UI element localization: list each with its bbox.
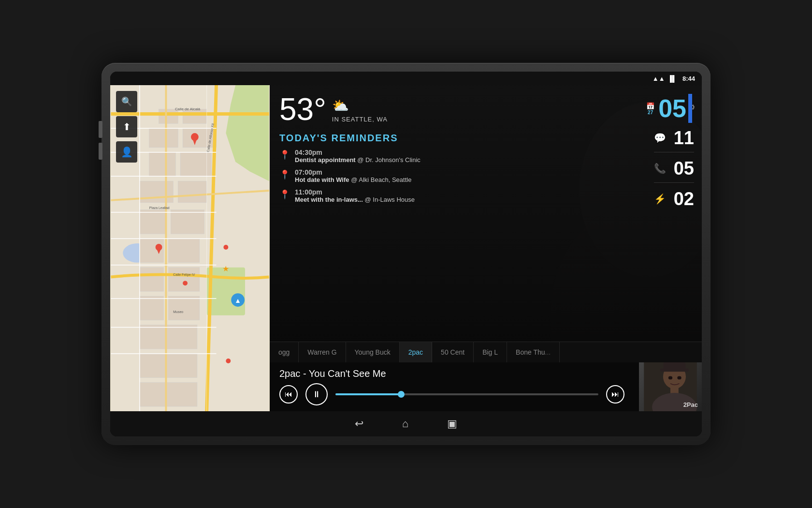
artist-tabs: ogg Warren G Young Buck 2pac [270,342,702,362]
reminder-event-3: Meet with the in-laws... [295,196,363,203]
svg-text:Plaza Lealtad: Plaza Lealtad [149,206,170,209]
tab-ogg[interactable]: ogg [270,342,299,362]
svg-point-61 [668,376,672,380]
reminder-dot-icon-3: 📍 [279,189,290,200]
play-pause-button[interactable]: ⏸ [305,383,328,405]
home-button[interactable]: ⌂ [402,418,408,430]
calendar-day: 27 [648,110,653,115]
svg-rect-20 [140,354,197,378]
svg-text:Calle Felipe IV: Calle Felipe IV [173,273,195,277]
reminder-item-2: 📍 07:00pm Hot date with Wife @ Alki Beac… [279,168,692,183]
progress-bar[interactable] [335,393,598,395]
tab-warren-g[interactable]: Warren G [299,342,346,362]
messages-notification: 💬 11 [654,129,694,152]
svg-rect-18 [168,296,199,320]
messages-icon: 💬 [654,132,666,144]
volume-down-button[interactable] [99,143,102,160]
alerts-icon: ⚡ [654,193,666,205]
calls-notification: 📞 05 [654,159,694,183]
previous-button[interactable]: ⏮ [279,385,298,403]
tab-2pac[interactable]: 2pac [400,342,432,362]
now-playing: 2Pac 2pac - You Can't See Me [270,362,702,411]
tab-2pac-label: 2pac [408,348,423,356]
reminder-item-1: 📍 04:30pm Dentist appointment @ Dr. John… [279,149,692,164]
reminders-title: TODAY'S REMINDERS [279,133,398,144]
reminder-time-1: 04:30pm [295,149,420,156]
tablet-screen: ▲▲ ▐▌ 8:44 [110,72,702,436]
reminder-event-2: Hot date with Wife [295,176,349,183]
tab-young-buck-label: Young Buck [355,348,391,356]
progress-fill [335,393,401,395]
reminder-dot-icon-2: 📍 [279,169,290,180]
track-info: 2pac - You Can't See Me [279,368,692,379]
right-notifications: 💬 11 📞 05 ⚡ 02 [654,129,694,213]
album-art: 2Pac [639,362,702,411]
svg-rect-5 [149,128,178,148]
now-playing-title: 2pac - You Can't See Me [279,368,624,379]
back-button[interactable]: ↩ [355,418,363,430]
battery-icon: ▐▌ [668,75,677,82]
weather-location: IN SEATTLE, WA [332,116,388,123]
svg-rect-10 [178,181,206,203]
reminder-item-3: 📍 11:00pm Meet with the in-laws... @ In-… [279,188,692,203]
reminders-section: TODAY'S REMINDERS 📍 04:30pm Dentist appo… [270,129,702,212]
alerts-notification: ⚡ 02 [654,190,694,213]
tab-50-cent-label: 50 Cent [441,348,464,356]
next-button[interactable]: ⏭ [606,385,624,403]
weather-left: 53° ⛅ IN SEATTLE, WA [279,94,388,125]
svg-point-42 [183,281,188,285]
svg-rect-15 [140,268,164,292]
player-controls: ⏮ ⏸ [279,383,692,405]
tab-bone-thugs-label: Bone Thu [516,348,545,356]
svg-point-41 [223,245,228,250]
map-route-button[interactable]: ⬆ [116,116,137,137]
svg-text:Museo: Museo [173,310,183,314]
reminder-text-1: Dentist appointment @ Dr. Johnson's Clin… [295,156,420,164]
tab-big-l-label: Big L [482,348,498,356]
calls-count: 05 [670,159,694,178]
recents-button[interactable]: ▣ [447,418,457,430]
svg-text:Calle de Alcalá: Calle de Alcalá [175,107,201,111]
reminder-time-3: 11:00pm [295,188,415,196]
reminder-location-1: @ Dr. Johnson's Clinic [357,156,420,164]
music-section: ogg Warren G Young Buck 2pac [270,342,702,411]
album-artist-label: 2Pac [683,401,698,408]
svg-rect-9 [140,181,173,203]
status-icons: ▲▲ ▐▌ 8:44 [652,75,695,82]
map-person-button[interactable]: 👤 [116,141,137,163]
status-time: 8:44 [682,75,695,82]
separator: - [303,368,309,379]
svg-rect-3 [159,109,178,124]
search-icon: 🔍 [121,96,132,107]
svg-rect-21 [140,383,197,407]
bottom-nav-bar: ↩ ⌂ ▣ [110,411,702,436]
tab-warren-g-label: Warren G [307,348,336,356]
svg-rect-16 [168,268,199,292]
tab-big-l[interactable]: Big L [474,342,507,362]
map-background: ★ ▲ Calle de Alcalá Calle de Alfonso XII… [110,85,270,411]
svg-text:★: ★ [222,265,229,273]
right-panel: ⚙ 53° ⛅ IN SEATTLE, WA [270,85,702,411]
svg-rect-11 [140,210,166,234]
calendar-widget: 📅 27 05 [646,96,686,121]
weather-details: ⛅ IN SEATTLE, WA [332,94,388,123]
map-search-button[interactable]: 🔍 [116,91,137,112]
tab-bone-thugs[interactable]: Bone Thu... [507,342,560,362]
svg-rect-17 [140,296,164,320]
tab-young-buck[interactable]: Young Buck [346,342,400,362]
map-controls: 🔍 ⬆ 👤 [116,91,137,163]
tab-50-cent[interactable]: 50 Cent [432,342,474,362]
current-artist: 2pac [279,368,300,379]
svg-rect-60 [664,362,685,370]
weather-icon: ⛅ [332,98,388,114]
right-content: 53° ⛅ IN SEATTLE, WA 📅 27 [270,85,702,411]
temperature: 53° [279,94,326,125]
reminder-location-2: @ Alki Beach, Seattle [351,176,411,183]
volume-up-button[interactable] [99,121,102,138]
reminder-location-3: @ In-Laws House [364,196,415,203]
svg-point-43 [226,359,231,363]
calls-icon: 📞 [654,163,666,174]
reminder-event-1: Dentist appointment [295,156,356,164]
svg-rect-1 [207,268,245,315]
progress-thumb [398,391,405,398]
